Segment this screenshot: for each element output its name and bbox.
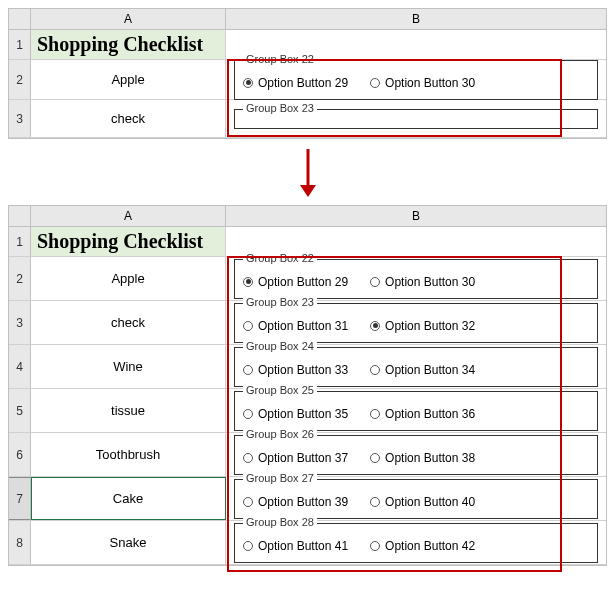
cell-B3[interactable]: Group Box 23 Option Button 31 Option But… bbox=[226, 301, 606, 344]
svg-marker-1 bbox=[300, 185, 316, 197]
option-label: Option Button 33 bbox=[258, 363, 348, 377]
cell-B8[interactable]: Group Box 28 Option Button 41 Option But… bbox=[226, 521, 606, 564]
option-button-34[interactable]: Option Button 34 bbox=[370, 363, 475, 377]
group-box-22[interactable]: Group Box 22 Option Button 29 Option But… bbox=[234, 60, 598, 100]
option-label: Option Button 34 bbox=[385, 363, 475, 377]
option-button-37[interactable]: Option Button 37 bbox=[243, 451, 348, 465]
option-button-41[interactable]: Option Button 41 bbox=[243, 539, 348, 553]
cell-B6[interactable]: Group Box 26 Option Button 37 Option But… bbox=[226, 433, 606, 476]
row-header-6[interactable]: 6 bbox=[9, 433, 31, 476]
arrow-down bbox=[8, 139, 607, 205]
group-box-label: Group Box 26 bbox=[243, 428, 317, 440]
option-button-29[interactable]: Option Button 29 bbox=[243, 76, 348, 90]
option-button-40[interactable]: Option Button 40 bbox=[370, 495, 475, 509]
row-header-3[interactable]: 3 bbox=[9, 301, 31, 344]
cell-A7[interactable]: Cake bbox=[31, 477, 226, 520]
row-header-2[interactable]: 2 bbox=[9, 60, 31, 99]
select-all-corner[interactable] bbox=[9, 206, 31, 226]
column-header-A[interactable]: A bbox=[31, 9, 226, 29]
option-button-42[interactable]: Option Button 42 bbox=[370, 539, 475, 553]
radio-icon bbox=[370, 277, 380, 287]
column-header-A[interactable]: A bbox=[31, 206, 226, 226]
group-box-23[interactable]: Group Box 23 Option Button 31 Option But… bbox=[234, 303, 598, 343]
option-button-38[interactable]: Option Button 38 bbox=[370, 451, 475, 465]
group-box-label: Group Box 25 bbox=[243, 384, 317, 396]
cell-B7[interactable]: Group Box 27 Option Button 39 Option But… bbox=[226, 477, 606, 520]
row-header-2[interactable]: 2 bbox=[9, 257, 31, 300]
row-header-1[interactable]: 1 bbox=[9, 227, 31, 256]
group-box-28[interactable]: Group Box 28 Option Button 41 Option But… bbox=[234, 523, 598, 563]
option-button-29[interactable]: Option Button 29 bbox=[243, 275, 348, 289]
option-button-33[interactable]: Option Button 33 bbox=[243, 363, 348, 377]
row-6: 6 Toothbrush Group Box 26 Option Button … bbox=[9, 433, 606, 477]
row-4: 4 Wine Group Box 24 Option Button 33 Opt… bbox=[9, 345, 606, 389]
spreadsheet-top: A B 1 Shopping Checklist 2 Apple Group B… bbox=[8, 8, 607, 139]
option-button-39[interactable]: Option Button 39 bbox=[243, 495, 348, 509]
option-button-30[interactable]: Option Button 30 bbox=[370, 275, 475, 289]
radio-icon bbox=[243, 277, 253, 287]
group-box-23[interactable]: Group Box 23 . bbox=[234, 109, 598, 129]
cell-A2[interactable]: Apple bbox=[31, 60, 226, 99]
cell-A3[interactable]: check bbox=[31, 301, 226, 344]
option-button-31[interactable]: Option Button 31 bbox=[243, 319, 348, 333]
cell-B2[interactable]: Group Box 22 Option Button 29 Option But… bbox=[226, 257, 606, 300]
row-header-1[interactable]: 1 bbox=[9, 30, 31, 59]
radio-icon bbox=[370, 365, 380, 375]
radio-icon bbox=[370, 541, 380, 551]
option-button-30[interactable]: Option Button 30 bbox=[370, 76, 475, 90]
cell-A8[interactable]: Snake bbox=[31, 521, 226, 564]
group-box-25[interactable]: Group Box 25 Option Button 35 Option But… bbox=[234, 391, 598, 431]
group-box-22[interactable]: Group Box 22 Option Button 29 Option But… bbox=[234, 259, 598, 299]
cell-A4[interactable]: Wine bbox=[31, 345, 226, 388]
option-label: Option Button 41 bbox=[258, 539, 348, 553]
group-box-label: Group Box 22 bbox=[243, 53, 317, 65]
option-label: Option Button 37 bbox=[258, 451, 348, 465]
group-box-26[interactable]: Group Box 26 Option Button 37 Option But… bbox=[234, 435, 598, 475]
row-3: 3 check Group Box 23 Option Button 31 Op… bbox=[9, 301, 606, 345]
option-label: Option Button 31 bbox=[258, 319, 348, 333]
radio-icon bbox=[243, 78, 253, 88]
radio-icon bbox=[370, 78, 380, 88]
option-label: Option Button 39 bbox=[258, 495, 348, 509]
column-headers: A B bbox=[9, 206, 606, 227]
spreadsheet-bottom: A B 1 Shopping Checklist 2 Apple Group B… bbox=[8, 205, 607, 566]
option-label: Option Button 30 bbox=[385, 76, 475, 90]
group-box-label: Group Box 23 bbox=[243, 102, 317, 114]
column-header-B[interactable]: B bbox=[226, 206, 606, 226]
select-all-corner[interactable] bbox=[9, 9, 31, 29]
cell-A2[interactable]: Apple bbox=[31, 257, 226, 300]
group-box-24[interactable]: Group Box 24 Option Button 33 Option But… bbox=[234, 347, 598, 387]
cell-B5[interactable]: Group Box 25 Option Button 35 Option But… bbox=[226, 389, 606, 432]
row-header-5[interactable]: 5 bbox=[9, 389, 31, 432]
row-header-8[interactable]: 8 bbox=[9, 521, 31, 564]
row-3: 3 check Group Box 23 . bbox=[9, 100, 606, 138]
radio-icon bbox=[243, 365, 253, 375]
radio-icon bbox=[370, 453, 380, 463]
row-8: 8 Snake Group Box 28 Option Button 41 Op… bbox=[9, 521, 606, 565]
title-cell[interactable]: Shopping Checklist bbox=[31, 227, 226, 256]
radio-icon bbox=[370, 409, 380, 419]
row-header-4[interactable]: 4 bbox=[9, 345, 31, 388]
group-box-label: Group Box 23 bbox=[243, 296, 317, 308]
radio-icon bbox=[370, 497, 380, 507]
option-button-32[interactable]: Option Button 32 bbox=[370, 319, 475, 333]
row-header-3[interactable]: 3 bbox=[9, 100, 31, 137]
option-label: Option Button 40 bbox=[385, 495, 475, 509]
row-header-7[interactable]: 7 bbox=[9, 477, 31, 520]
cell-A3[interactable]: check bbox=[31, 100, 226, 137]
cell-A5[interactable]: tissue bbox=[31, 389, 226, 432]
option-label: Option Button 29 bbox=[258, 76, 348, 90]
column-header-B[interactable]: B bbox=[226, 9, 606, 29]
row-5: 5 tissue Group Box 25 Option Button 35 O… bbox=[9, 389, 606, 433]
group-box-label: Group Box 24 bbox=[243, 340, 317, 352]
cell-B4[interactable]: Group Box 24 Option Button 33 Option But… bbox=[226, 345, 606, 388]
title-cell[interactable]: Shopping Checklist bbox=[31, 30, 226, 59]
cell-B2[interactable]: Group Box 22 Option Button 29 Option But… bbox=[226, 60, 606, 99]
group-box-27[interactable]: Group Box 27 Option Button 39 Option But… bbox=[234, 479, 598, 519]
option-button-35[interactable]: Option Button 35 bbox=[243, 407, 348, 421]
cell-A6[interactable]: Toothbrush bbox=[31, 433, 226, 476]
option-label: Option Button 29 bbox=[258, 275, 348, 289]
option-button-36[interactable]: Option Button 36 bbox=[370, 407, 475, 421]
cell-B3[interactable]: Group Box 23 . bbox=[226, 100, 606, 137]
row-2: 2 Apple Group Box 22 Option Button 29 Op… bbox=[9, 257, 606, 301]
